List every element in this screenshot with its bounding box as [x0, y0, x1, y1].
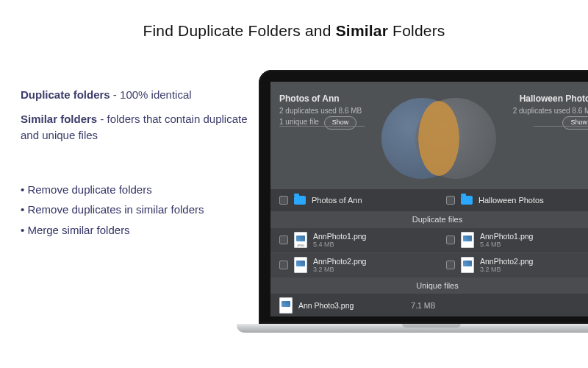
file-cell-right: AnnPhoto1.png 5.4 MB: [437, 232, 588, 249]
laptop-base: [237, 324, 588, 333]
file-name: AnnPhoto1.png: [313, 232, 366, 241]
checkbox[interactable]: [446, 236, 455, 244]
venn-left-folder-name: Photos of Ann: [279, 92, 362, 105]
folder-select-right: Halloween Photos: [437, 196, 588, 205]
file-name: AnnPhoto2.png: [313, 257, 366, 266]
section-header-unique: Unique files: [270, 277, 588, 294]
image-file-icon: [294, 232, 307, 248]
venn-diagram: [379, 92, 496, 183]
definition-similar-label: Similar folders: [21, 113, 97, 125]
connector-line: [279, 126, 365, 127]
checkbox[interactable]: [446, 261, 455, 269]
venn-panel: Photos of Ann 2 duplicates used 8.6 MB 1…: [270, 82, 588, 189]
definition-duplicate-desc: - 100% identical: [110, 88, 192, 101]
unique-file-row[interactable]: Ann Photo3.png 7.1 MB: [270, 294, 588, 316]
folder-select-row: Photos of Ann Halloween Photos: [270, 189, 588, 211]
title-bold: Similar: [336, 22, 388, 39]
file-cell-left: AnnPhoto1.png 5.4 MB: [270, 232, 437, 249]
venn-left-meta: 2 duplicates used 8.6 MB: [279, 105, 362, 116]
file-size: 5.4 MB: [313, 241, 366, 249]
title-pre: Find Duplicate Folders and: [143, 22, 335, 39]
file-name: Ann Photo3.png: [298, 301, 354, 310]
file-name: AnnPhoto2.png: [480, 257, 533, 266]
image-file-icon: [461, 257, 474, 273]
show-button[interactable]: Show: [562, 116, 588, 130]
checkbox[interactable]: [279, 236, 288, 244]
image-file-icon: [294, 257, 307, 273]
definition-similar: Similar folders - folders that contain d…: [21, 111, 248, 144]
title-post: Folders: [388, 22, 445, 39]
bullet-item: • Remove duplicates in similar folders: [21, 199, 248, 220]
page-title: Find Duplicate Folders and Similar Folde…: [0, 0, 588, 40]
venn-right-folder-name: Halloween Photos: [513, 92, 588, 105]
folder-name-label: Halloween Photos: [478, 196, 544, 205]
folder-icon: [461, 196, 473, 205]
file-size: 3.2 MB: [313, 266, 366, 274]
venn-right-header: Halloween Photos 2 duplicates used 8.6 M…: [513, 92, 588, 130]
feature-bullets: • Remove duplicate folders • Remove dupl…: [21, 180, 248, 241]
image-file-icon: [461, 232, 474, 248]
checkbox[interactable]: [279, 261, 288, 269]
app-screen: Photos of Ann 2 duplicates used 8.6 MB 1…: [270, 82, 588, 316]
venn-right-show-line: Show: [513, 116, 588, 130]
folder-select-left: Photos of Ann: [270, 196, 437, 205]
venn-intersection: [418, 101, 459, 176]
laptop-bezel: Photos of Ann 2 duplicates used 8.6 MB 1…: [259, 70, 588, 324]
file-row[interactable]: AnnPhoto1.png 5.4 MB AnnPhoto1.png 5.4 M…: [270, 227, 588, 252]
checkbox[interactable]: [446, 196, 455, 205]
description-column: Duplicate folders - 100% identical Simil…: [21, 87, 248, 241]
definition-duplicate: Duplicate folders - 100% identical: [21, 87, 248, 104]
file-size: 3.2 MB: [480, 266, 533, 274]
bullet-item: • Merge similar folders: [21, 220, 248, 241]
folder-name-label: Photos of Ann: [312, 196, 362, 205]
show-button[interactable]: Show: [324, 116, 357, 130]
image-file-icon: [279, 297, 293, 314]
section-header-duplicate: Duplicate files: [270, 211, 588, 227]
bullet-item: • Remove duplicate folders: [21, 180, 248, 200]
file-size: 5.4 MB: [480, 241, 533, 249]
venn-left-unique-text: 1 unique file: [279, 118, 319, 126]
file-size: 7.1 MB: [411, 301, 435, 310]
connector-line: [534, 126, 588, 127]
file-cell-right: AnnPhoto2.png 3.2 MB: [437, 257, 588, 274]
venn-left-unique-line: 1 unique file Show: [279, 116, 362, 130]
folder-icon: [294, 196, 306, 205]
venn-left-header: Photos of Ann 2 duplicates used 8.6 MB 1…: [279, 92, 362, 130]
definition-duplicate-label: Duplicate folders: [21, 88, 110, 101]
laptop-mockup: Photos of Ann 2 duplicates used 8.6 MB 1…: [259, 70, 588, 368]
file-row[interactable]: AnnPhoto2.png 3.2 MB AnnPhoto2.png 3.2 M…: [270, 252, 588, 277]
venn-right-meta: 2 duplicates used 8.6 MB: [513, 105, 588, 116]
checkbox[interactable]: [279, 196, 288, 205]
file-cell-left: AnnPhoto2.png 3.2 MB: [270, 257, 437, 274]
file-name: AnnPhoto1.png: [480, 232, 533, 241]
